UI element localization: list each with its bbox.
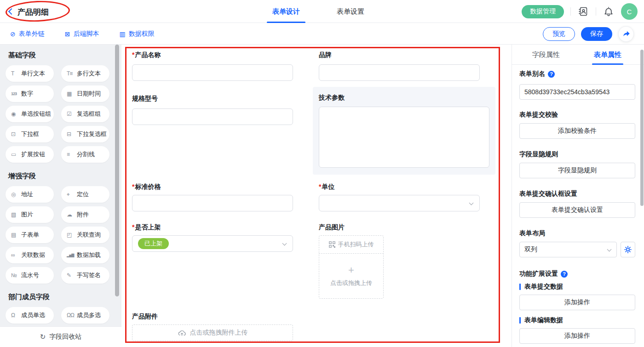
palette-item-serial-number[interactable]: №流水号 xyxy=(6,267,54,284)
palette-item-datetime[interactable]: ▦日期时间 xyxy=(61,85,109,102)
palette-item-data-load[interactable]: ▂▅▇数据加载 xyxy=(61,247,109,263)
backend-script-link[interactable]: ⊠ 后端脚本 xyxy=(65,30,99,38)
pill-button-icon: ▭ xyxy=(11,151,21,158)
submit-check-label: 表单提交校验 xyxy=(519,111,558,119)
back-icon[interactable] xyxy=(8,8,15,15)
unit-select[interactable] xyxy=(319,195,480,211)
permission-icon: ▥ xyxy=(119,30,125,38)
enhanced-fields-grid: ◎地址 ⌖定位 ▧图片 ☁附件 ▤子表单 ◰关联查询 ∞关联数据 ▂▅▇数据加载… xyxy=(0,186,121,284)
form-alias-label: 表单别名 ? xyxy=(519,70,555,78)
attachment-upload-dropzone[interactable]: 点击或拖拽附件上传 xyxy=(132,324,293,341)
share-button[interactable] xyxy=(618,26,634,42)
form-designer-screen: 产品明细 表单设计 表单设置 数据管理 xyxy=(0,0,644,347)
basic-fields-grid: T单行文本 T≡多行文本 123数字 ▦日期时间 ◉单选按钮组 ☑复选框组 ⊡下… xyxy=(0,65,121,163)
data-permission-link[interactable]: ▥ 数据权限 xyxy=(119,30,154,38)
field-label-price: *标准价格 xyxy=(132,183,161,191)
multi-line-text-icon: T≡ xyxy=(67,70,77,77)
product-name-input[interactable] xyxy=(132,64,293,81)
tab-form-properties[interactable]: 表单属性 xyxy=(580,45,635,65)
script-icon: ⊠ xyxy=(65,30,70,38)
map-pin-icon: ◎ xyxy=(11,191,21,198)
field-label-attachment: 产品附件 xyxy=(132,313,158,321)
palette-item-single-line-text[interactable]: T单行文本 xyxy=(6,65,54,82)
palette-item-number[interactable]: 123数字 xyxy=(6,85,54,102)
palette-item-related-data[interactable]: ∞关联数据 xyxy=(6,247,54,263)
submit-confirm-settings-button[interactable]: 表单提交确认设置 xyxy=(519,202,635,218)
palette-item-address[interactable]: ◎地址 xyxy=(6,186,54,203)
image-upload-dropzone[interactable]: + 点击或拖拽上传 xyxy=(319,254,384,299)
field-label-spec-model: 规格型号 xyxy=(132,95,158,103)
tab-form-design[interactable]: 表单设计 xyxy=(270,0,302,23)
avatar[interactable]: C xyxy=(621,3,638,20)
save-button[interactable]: 保存 xyxy=(581,27,612,41)
add-check-condition-button[interactable]: 添加校验条件 xyxy=(519,123,635,139)
layout-settings-button[interactable] xyxy=(621,242,635,257)
number-icon: 123 xyxy=(11,91,21,96)
section-title-enhanced-fields: 增强字段 xyxy=(8,172,121,181)
field-recycle-bin[interactable]: ↻ 字段回收站 xyxy=(0,326,121,347)
edit-data-add-action-button[interactable]: 添加操作 xyxy=(519,328,635,344)
spec-model-input[interactable] xyxy=(132,108,293,125)
subform-icon: ▤ xyxy=(11,232,21,238)
section-title-member-fields: 部门成员字段 xyxy=(8,293,121,301)
link-chain-icon: ∞ xyxy=(11,252,21,258)
form-external-link[interactable]: ⊘ 表单外链 xyxy=(10,30,45,38)
contact-book-icon[interactable] xyxy=(577,6,589,17)
field-label-product-name: *产品名称 xyxy=(132,51,161,59)
tab-field-properties[interactable]: 字段属性 xyxy=(518,45,574,65)
related-query-icon: ◰ xyxy=(67,232,77,238)
chevron-down-icon xyxy=(282,241,287,246)
gear-icon xyxy=(624,246,632,253)
share-arrow-icon xyxy=(622,30,630,38)
active-tab-underline xyxy=(267,22,305,23)
header-tabs: 表单设计 表单设置 xyxy=(270,0,366,23)
palette-item-multi-dropdown[interactable]: ⊟下拉复选框 xyxy=(61,126,109,142)
data-manage-button[interactable]: 数据管理 xyxy=(522,5,564,18)
panel-scrollbar[interactable] xyxy=(640,50,644,206)
sidebar-scrollbar[interactable] xyxy=(115,45,119,296)
palette-item-signature[interactable]: ✎手写签名 xyxy=(61,267,109,284)
form-canvas: *产品名称 品牌 规格型号 技术参数 *标准价格 *单位 *是否上架 xyxy=(121,45,512,347)
palette-item-checkbox-group[interactable]: ☑复选框组 xyxy=(61,106,109,122)
bar-chart-icon: ▂▅▇ xyxy=(67,253,77,257)
help-icon[interactable]: ? xyxy=(548,71,555,78)
divider xyxy=(596,7,596,16)
field-label-unit: *单位 xyxy=(319,183,334,191)
section-title-basic-fields: 基础字段 xyxy=(8,51,121,60)
header-actions: 数据管理 C xyxy=(522,0,638,23)
price-input[interactable] xyxy=(132,195,293,211)
palette-item-multi-line-text[interactable]: T≡多行文本 xyxy=(61,65,109,82)
palette-item-location[interactable]: ⌖定位 xyxy=(61,186,109,203)
palette-item-attachment[interactable]: ☁附件 xyxy=(61,206,109,223)
scan-upload-button[interactable]: 手机扫码上传 xyxy=(319,235,384,254)
preview-button[interactable]: 预览 xyxy=(543,27,575,41)
properties-panel: 字段属性 表单属性 表单别名 ? 表单提交校验 添加校验条件 字段显隐规则 字段… xyxy=(512,45,644,347)
notification-bell-icon[interactable] xyxy=(603,6,615,17)
visibility-rules-button[interactable]: 字段显隐规则 xyxy=(519,163,635,178)
submit-data-add-action-button[interactable]: 添加操作 xyxy=(519,295,635,310)
section-marker xyxy=(519,317,521,324)
palette-item-subform[interactable]: ▤子表单 xyxy=(6,227,54,243)
pen-icon: ✎ xyxy=(67,272,77,279)
on-shelf-select[interactable]: 已上架 xyxy=(132,235,293,252)
link-icon: ⊘ xyxy=(10,30,16,38)
palette-item-member-multi[interactable]: ΩΩ成员多选 xyxy=(61,307,109,324)
palette-item-image[interactable]: ▧图片 xyxy=(6,206,54,223)
qr-code-icon xyxy=(329,241,335,248)
palette-item-radio-group[interactable]: ◉单选按钮组 xyxy=(6,106,54,122)
form-alias-input[interactable] xyxy=(519,84,635,100)
palette-item-related-query[interactable]: ◰关联查询 xyxy=(61,227,109,243)
help-icon[interactable]: ? xyxy=(561,271,568,278)
brand-input[interactable] xyxy=(319,64,480,81)
tech-params-textarea[interactable] xyxy=(319,107,489,168)
palette-item-dropdown[interactable]: ⊡下拉框 xyxy=(6,126,54,142)
tab-form-settings[interactable]: 表单设置 xyxy=(335,0,366,23)
form-layout-label: 表单布局 xyxy=(519,229,545,238)
form-layout-select[interactable]: 双列 xyxy=(519,242,617,257)
cloud-upload-icon xyxy=(178,329,186,336)
toolbar-actions: 预览 保存 xyxy=(543,23,634,45)
palette-item-extend-button[interactable]: ▭扩展按钮 xyxy=(6,146,54,163)
palette-item-divider-line[interactable]: ≡分割线 xyxy=(61,146,109,163)
palette-item-member-single[interactable]: Ω成员单选 xyxy=(6,307,54,324)
serial-icon: № xyxy=(11,272,21,279)
